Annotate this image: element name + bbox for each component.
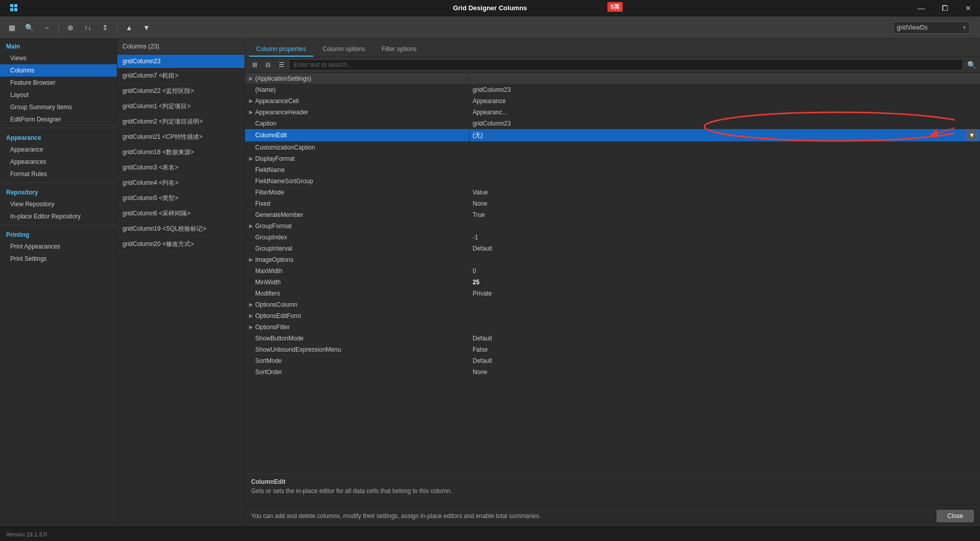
sidebar-div1 [0,128,117,128]
sidebar-item-appearance[interactable]: Appearance [0,143,117,156]
sidebar-item-views[interactable]: Views [0,52,117,64]
expand-icon: ▶ [249,76,253,81]
columnedit-dropdown-btn[interactable]: ▼ [967,130,977,140]
sidebar-item-columns[interactable]: Columns [0,64,117,77]
sidebar-item-format-rules[interactable]: Format Rules [0,168,117,180]
prop-row-appsettings[interactable]: ▶(ApplicationSettings) [245,73,980,84]
sidebar-item-feature-browser[interactable]: Feature Browser [0,77,117,89]
sidebar-item-editform[interactable]: EditForm Designer [0,113,117,126]
toolbar-expand-btn[interactable]: ▼ [139,20,154,35]
tab-filter-options[interactable]: Filter options [374,42,424,57]
column-item-7[interactable]: gridColumn3 <表名> [117,160,244,176]
sidebar-item-inplace-repo[interactable]: In-place Editor Repository [0,210,117,223]
prop-view-btn[interactable]: ☰ [276,59,287,70]
prop-row-customcaption[interactable]: CustomizationCaption [245,142,980,153]
prop-value-generatemember: True [470,209,980,220]
prop-categorized-btn[interactable]: ⊞ [249,59,260,70]
prop-row-optionseditform[interactable]: ▶OptionsEditForm [245,310,980,322]
prop-search-input[interactable] [289,59,963,70]
prop-row-appearance-cell[interactable]: ▶AppearanceCell Appearance [245,95,980,107]
prop-row-minwidth[interactable]: MinWidth 25 [245,277,980,288]
expand-icon4: ▶ [249,156,253,161]
prop-row-optionsfilter[interactable]: ▶OptionsFilter [245,322,980,333]
prop-row-groupformat[interactable]: ▶GroupFormat [245,220,980,232]
prop-row-columnedit[interactable]: ColumnEdit (无) ▼ [245,129,980,142]
prop-row-optionscolumn[interactable]: ▶OptionsColumn [245,299,980,310]
sidebar-section-repository[interactable]: Repository [0,185,117,198]
prop-row-imageoptions[interactable]: ▶ImageOptions [245,254,980,265]
prop-row-modifiers[interactable]: Modifiers Private [245,288,980,299]
prop-row-showbuttonmode[interactable]: ShowButtonMode Default [245,333,980,344]
sidebar-item-layout[interactable]: Layout [0,89,117,101]
column-item-5[interactable]: gridColumn21 <CP特性描述> [117,130,244,145]
toolbar-grid-btn[interactable]: ▦ [4,20,19,35]
close-dialog-button[interactable]: Close [937,510,974,522]
prop-row-displayformat[interactable]: ▶DisplayFormat [245,153,980,164]
prop-name-customcaption: CustomizationCaption [245,142,470,153]
prop-value-modifiers: Private [470,288,980,299]
close-button[interactable]: ✕ [957,0,980,16]
column-item-2[interactable]: gridColumn22 <监控区段> [117,84,244,99]
prop-row-generatemember[interactable]: GenerateMember True [245,209,980,220]
column-item-3[interactable]: gridColumn1 <判定项目> [117,99,244,114]
toolbar-search-btn[interactable]: 🔍 [21,20,37,35]
tab-column-properties[interactable]: Column properties [249,42,313,57]
expand-icon6: ▶ [249,257,253,262]
sidebar-item-appearances[interactable]: Appearances [0,156,117,168]
column-item-0[interactable]: gridColumn23 [117,55,244,68]
prop-row-groupindex[interactable]: GroupIndex -1 [245,232,980,243]
prop-value-imageoptions [470,254,980,265]
prop-alphabetical-btn[interactable]: ⊟ [262,59,274,70]
prop-row-sortorder[interactable]: SortOrder None [245,366,980,378]
prop-row-caption[interactable]: Caption gridColumn23 [245,118,980,129]
column-item-12[interactable]: gridColumn20 <修改方式> [117,237,244,252]
view-select[interactable]: gridViewDs [893,21,970,34]
prop-name-groupinterval: GroupInterval [245,243,470,254]
toolbar-move-down-btn[interactable]: ⇕ [97,20,113,35]
prop-row-fieldnamesortgroup[interactable]: FieldNameSortGroup [245,176,980,187]
columns-panel-wrapper: Columns (23) gridColumn23 gridColumn7 <机… [117,39,980,527]
restore-button[interactable]: ⧠ [933,0,957,16]
sidebar-section-printing[interactable]: Printing [0,227,117,240]
prop-row-maxwidth[interactable]: MaxWidth 0 [245,265,980,277]
sidebar-item-group-summary[interactable]: Group Summary Items [0,101,117,113]
prop-row-fieldname[interactable]: FieldName [245,164,980,176]
prop-name-appsettings: ▶(ApplicationSettings) [245,73,470,84]
sidebar-section-appearance[interactable]: Appearance [0,130,117,143]
toolbar-move-up-btn[interactable]: ↑↓ [80,20,95,35]
sidebar-item-print-appearances[interactable]: Print Appearances [0,240,117,253]
column-item-9[interactable]: gridColumn5 <类型> [117,191,244,206]
sidebar-item-view-repository[interactable]: View Repository [0,198,117,210]
toolbar-collapse-btn[interactable]: ▲ [121,20,137,35]
toolbar-sep1 [58,21,59,34]
prop-row-name[interactable]: (Name) gridColumn23 [245,84,980,95]
title-bold: Columns [499,4,527,12]
sidebar-item-print-settings[interactable]: Print Settings [0,253,117,265]
app-icon [10,4,17,11]
prop-value-fieldnamesortgroup [470,176,980,186]
prop-row-groupinterval[interactable]: GroupInterval Default [245,243,980,254]
prop-row-fixed[interactable]: Fixed None [245,198,980,209]
tab-column-options[interactable]: Column options [315,42,372,57]
prop-name-showunbound: ShowUnboundExpressionMenu [245,344,470,355]
expand-icon5: ▶ [249,223,253,229]
prop-value-showbuttonmode: Default [470,333,980,343]
toolbar-add-btn[interactable]: ⊕ [63,20,78,35]
column-item-8[interactable]: gridColumn4 <列名> [117,176,244,191]
expand-icon9: ▶ [249,324,253,330]
prop-row-appearance-header[interactable]: ▶AppearanceHeader Appearanc... [245,107,980,118]
column-item-11[interactable]: gridColumn19 <SQL校验标记> [117,222,244,237]
column-item-10[interactable]: gridColumn6 <采样间隔> [117,206,244,222]
prop-row-sortmode[interactable]: SortMode Default [245,355,980,366]
prop-row-showunbound[interactable]: ShowUnboundExpressionMenu False [245,344,980,355]
column-item-1[interactable]: gridColumn7 <机组> [117,68,244,84]
prop-row-filtermode[interactable]: FilterMode Value [245,187,980,198]
column-item-4[interactable]: gridColumn2 <判定项目说明> [117,114,244,130]
toolbar-nav-btn[interactable]: → [39,20,54,35]
sidebar-section-main[interactable]: Main [0,39,117,52]
description-text: Gets or sets the in-place editor for all… [251,487,974,495]
minimize-button[interactable]: — [910,0,933,16]
prop-name-minwidth: MinWidth [245,277,470,287]
column-item-6[interactable]: gridColumn18 <数据来源> [117,145,244,160]
prop-value-displayformat [470,153,980,164]
